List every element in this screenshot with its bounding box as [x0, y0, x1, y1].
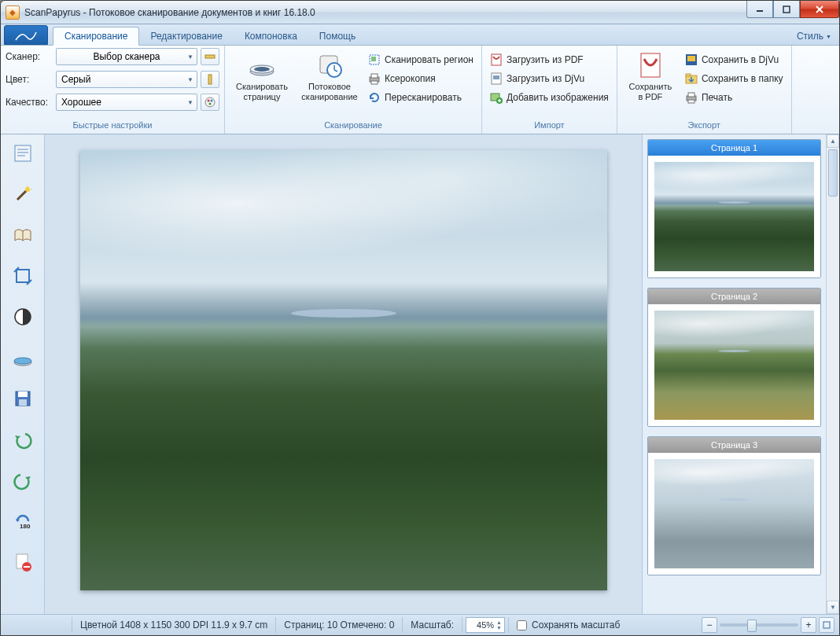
tool-save[interactable] [9, 386, 36, 411]
scan-region-button[interactable]: Сканировать регион [365, 51, 477, 68]
svg-point-51 [14, 358, 31, 364]
titlebar: ◆ ScanPapyrus - Потоковое сканирование д… [1, 1, 839, 24]
page-preview [80, 150, 607, 590]
zoom-slider[interactable] [720, 623, 798, 627]
client-area: 180 Страница 1 Страница 2 Страница 3 ▲ [1, 134, 839, 614]
svg-rect-54 [19, 399, 27, 406]
rescan-button[interactable]: Пересканировать [365, 89, 477, 106]
scanner-icon [248, 51, 276, 79]
print-button[interactable]: Печать [682, 89, 787, 106]
style-menu[interactable]: Стиль▼ [789, 28, 839, 45]
tab-edit[interactable]: Редактирование [139, 28, 233, 45]
svg-rect-20 [371, 74, 378, 78]
status-bar: Цветной 1408 x 1150 300 DPI 11.9 x 9.7 c… [1, 614, 839, 635]
group-import: Загрузить из PDF Загрузить из DjVu Добав… [482, 46, 617, 134]
save-pdf-button[interactable]: Сохранитьв PDF [622, 48, 679, 105]
tool-delete-page[interactable] [9, 550, 36, 575]
group-label-export: Экспорт [622, 120, 787, 134]
tool-rotate-left[interactable] [9, 427, 36, 452]
thumbnail-panel: Страница 1 Страница 2 Страница 3 [642, 134, 826, 614]
quality-select[interactable]: Хорошее▼ [56, 94, 197, 111]
tool-ocr[interactable] [9, 141, 36, 166]
printer-icon [368, 72, 381, 85]
djvu-save-icon [685, 53, 698, 66]
thumbnail-2[interactable]: Страница 2 [647, 288, 821, 427]
svg-text:180: 180 [20, 523, 31, 530]
scroll-down-icon[interactable]: ▼ [827, 601, 839, 614]
tab-layout[interactable]: Компоновка [234, 28, 308, 45]
tool-wand[interactable] [9, 182, 36, 207]
scan-page-button[interactable]: Сканироватьстраницу [230, 48, 294, 105]
svg-rect-35 [688, 93, 694, 97]
svg-rect-18 [371, 57, 376, 61]
window-title: ScanPapyrus - Потоковое сканирование док… [24, 7, 743, 18]
zoom-out-button[interactable]: − [702, 617, 717, 633]
minimize-button[interactable] [746, 1, 773, 18]
thumbnail-2-label: Страница 2 [648, 289, 820, 304]
tool-crop[interactable] [9, 263, 36, 289]
thumbnail-1[interactable]: Страница 1 [647, 139, 821, 278]
maximize-button[interactable] [773, 1, 800, 18]
group-label-scan: Сканирование [230, 120, 477, 134]
import-djvu-button[interactable]: Загрузить из DjVu [487, 70, 612, 87]
ribbon-tabstrip: Сканирование Редактирование Компоновка П… [1, 24, 839, 46]
batch-scan-button[interactable]: Потоковоесканирование [297, 48, 362, 105]
zoom-in-button[interactable]: + [801, 617, 816, 633]
thumbnail-3[interactable]: Страница 3 [647, 436, 821, 575]
print-icon [685, 91, 698, 104]
svg-rect-5 [208, 75, 212, 84]
vertical-scrollbar[interactable]: ▲ ▼ [826, 134, 839, 614]
preview-image [80, 150, 607, 590]
svg-rect-21 [371, 81, 378, 84]
svg-point-6 [205, 97, 215, 107]
save-djvu-button[interactable]: Сохранить в DjVu [682, 51, 787, 68]
pdf-icon [490, 53, 503, 66]
import-images-button[interactable]: Добавить изображения [487, 89, 612, 106]
canvas-area[interactable] [45, 134, 642, 614]
zoom-fit-button[interactable] [819, 617, 834, 633]
keep-zoom-checkbox[interactable] [517, 620, 527, 630]
group-quick-settings: Сканер: Выбор сканера▼ Цвет: Серый▼ Каче… [1, 46, 225, 134]
scroll-up-icon[interactable]: ▲ [827, 134, 839, 148]
app-icon: ◆ [6, 6, 20, 20]
tool-contrast[interactable] [9, 304, 36, 329]
tool-book[interactable] [9, 222, 36, 248]
scroll-thumb[interactable] [828, 149, 838, 197]
photocopy-button[interactable]: Ксерокопия [365, 70, 477, 87]
ruler-h-icon[interactable] [201, 48, 219, 65]
save-folder-button[interactable]: Сохранить в папку [682, 70, 787, 87]
svg-point-8 [211, 100, 213, 102]
tool-rotate-right[interactable] [9, 468, 36, 493]
zoom-combo[interactable]: 45%▲▼ [466, 617, 505, 633]
svg-rect-24 [493, 75, 499, 79]
add-image-icon [490, 91, 503, 104]
color-select[interactable]: Серый▼ [56, 71, 197, 88]
svg-point-7 [208, 100, 210, 102]
close-button[interactable] [800, 1, 839, 18]
folder-save-icon [685, 72, 698, 85]
thumbnail-1-label: Страница 1 [648, 140, 820, 156]
svg-rect-59 [823, 622, 830, 628]
group-label-import: Импорт [487, 120, 612, 134]
import-pdf-button[interactable]: Загрузить из PDF [487, 51, 612, 68]
tool-scan-small[interactable] [9, 345, 36, 370]
group-label-settings: Быстрые настройки [6, 120, 219, 134]
region-icon [368, 53, 381, 66]
svg-rect-31 [687, 56, 695, 61]
svg-rect-36 [688, 100, 694, 103]
app-window: ◆ ScanPapyrus - Потоковое сканирование д… [0, 0, 840, 636]
app-menu-button[interactable] [4, 25, 48, 45]
tab-help[interactable]: Помощь [308, 28, 367, 45]
tool-rotate-180[interactable]: 180 [9, 509, 36, 534]
scanner-select[interactable]: Выбор сканера▼ [56, 48, 197, 65]
tab-scan[interactable]: Сканирование [53, 27, 139, 46]
ruler-v-icon[interactable] [201, 71, 219, 88]
status-zoom-label: Масштаб: [402, 617, 462, 633]
svg-rect-37 [15, 145, 31, 161]
pdf-big-icon [636, 51, 665, 79]
ribbon: Сканер: Выбор сканера▼ Цвет: Серый▼ Каче… [1, 46, 839, 134]
palette-icon[interactable] [201, 94, 219, 111]
svg-rect-46 [17, 270, 29, 282]
status-image-info: Цветной 1408 x 1150 300 DPI 11.9 x 9.7 c… [72, 617, 275, 633]
status-page-count: Страниц: 10 Отмечено: 0 [275, 617, 402, 633]
